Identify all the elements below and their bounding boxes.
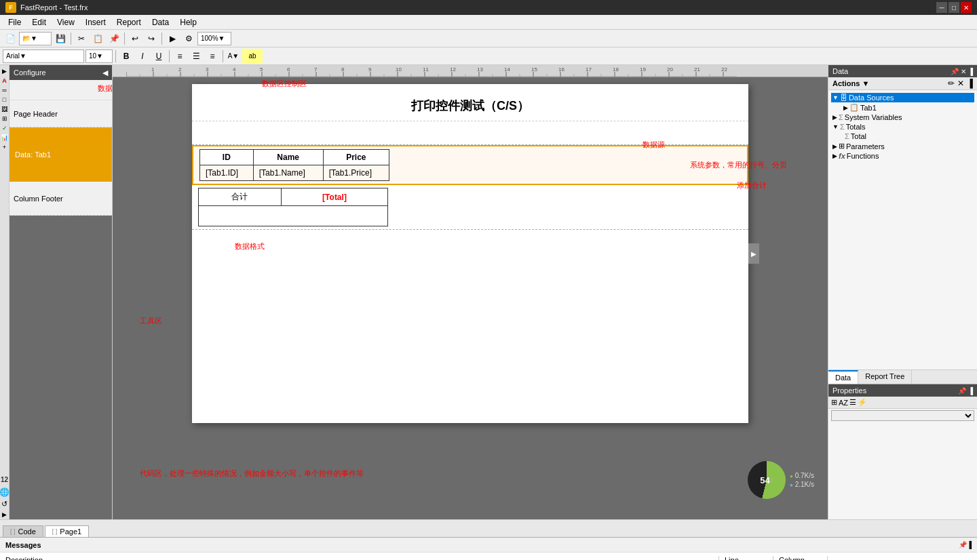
svg-text:3: 3: [206, 66, 209, 73]
tree-item-parameters[interactable]: ▶ ⊞ Parameters: [831, 141, 974, 151]
actions-edit-btn[interactable]: ✏: [948, 79, 955, 88]
left-tool-expand[interactable]: ▶: [2, 511, 7, 518]
actions-add-btn[interactable]: ▐: [967, 79, 973, 88]
toolbar-cut[interactable]: ✂: [74, 31, 89, 46]
svg-text:15: 15: [531, 66, 537, 73]
report-table: ID Name Price [Tab1.ID] [Tab1.Name] [Tab…: [199, 149, 389, 181]
props-az-btn[interactable]: AZ: [839, 398, 848, 407]
align-right-button[interactable]: ≡: [205, 49, 220, 64]
data-close-btn[interactable]: ✕: [961, 68, 966, 75]
menu-bar: File Edit View Insert Report Data Help: [0, 15, 977, 30]
tab-data[interactable]: Data: [828, 370, 858, 384]
props-menu-btn[interactable]: ▐: [968, 386, 973, 395]
font-name[interactable]: Arial▼: [3, 49, 84, 63]
align-left-button[interactable]: ≡: [172, 49, 187, 64]
maximize-button[interactable]: □: [949, 2, 959, 13]
tab-page1[interactable]: [ ] Page1: [45, 525, 89, 537]
props-pin-btn[interactable]: 📌: [958, 386, 966, 395]
menu-help[interactable]: Help: [174, 16, 202, 28]
properties-select-area[interactable]: [828, 409, 977, 422]
left-tool-arrow[interactable]: ▶: [2, 68, 7, 75]
left-tool-pic[interactable]: 🖼: [1, 106, 7, 113]
actions-label[interactable]: Actions ▼: [832, 79, 869, 87]
data-pin-btn[interactable]: 📌: [951, 68, 959, 75]
toolbar-redo[interactable]: ↪: [144, 31, 159, 46]
toolbar-save[interactable]: 💾: [53, 31, 68, 46]
left-tool-globe[interactable]: 🌐: [0, 487, 9, 497]
tree-item-tab1[interactable]: ▶ 📋 Tab1: [831, 102, 974, 113]
left-tool-refresh[interactable]: ↺: [1, 500, 7, 508]
menu-data[interactable]: Data: [147, 16, 174, 28]
left-tool-text[interactable]: A: [2, 77, 7, 84]
sidebar-item-page-header[interactable]: Page Header: [9, 100, 112, 127]
menu-view[interactable]: View: [52, 16, 80, 28]
menu-edit[interactable]: Edit: [26, 16, 52, 28]
left-tool-rect[interactable]: □: [3, 96, 6, 103]
tree-item-total[interactable]: Σ Total: [831, 132, 974, 141]
messages-menu-btn[interactable]: ▐: [967, 541, 972, 548]
toolbar-undo[interactable]: ↩: [128, 31, 142, 46]
icon-datasources: 🗄: [840, 94, 847, 102]
canvas-expand-btn[interactable]: ▶: [748, 243, 759, 264]
ruler-svg: // ruler ticks drawn via JS below 123456…: [126, 65, 737, 77]
tree-item-sysvars[interactable]: ▶ Σ System Variables: [831, 113, 974, 122]
left-tools-panel: ▶ A ═ □ 🖼 ⊞ ✓ 📊 + 12 🌐 ↺ ▶: [0, 65, 9, 519]
properties-toolbar: ⊞ AZ ☰ ⚡: [828, 397, 977, 409]
font-color-button[interactable]: A▼: [226, 49, 241, 64]
props-table-btn[interactable]: ☰: [849, 398, 856, 407]
canvas-dark-area: [126, 423, 814, 519]
minimize-button[interactable]: ─: [936, 2, 947, 13]
properties-controls: 📌 ▐: [958, 386, 973, 395]
svg-text:16: 16: [558, 66, 564, 73]
svg-text:10: 10: [396, 66, 402, 73]
toolbar-copy[interactable]: 📋: [90, 31, 105, 46]
footer-label-cell: 合计: [199, 188, 282, 206]
label-total: Total: [851, 132, 866, 140]
tab-report-tree[interactable]: Report Tree: [858, 370, 912, 384]
data-cell-name: [Tab1.Name]: [253, 165, 323, 181]
left-tool-table[interactable]: ⊞: [2, 115, 7, 122]
left-tool-extra1[interactable]: +: [3, 144, 6, 151]
fmt-sep-2: [169, 50, 170, 62]
toolbar-zoom[interactable]: 100%▼: [197, 32, 231, 45]
left-tool-chart[interactable]: 📊: [1, 134, 8, 141]
sidebar-item-column-footer[interactable]: Column Footer: [9, 182, 112, 216]
sidebar-item-data[interactable]: Data: Tab1: [9, 127, 112, 182]
bold-button[interactable]: B: [119, 49, 134, 64]
messages-bar: Messages 📌 ▐: [0, 537, 977, 552]
sidebar-collapse-btn[interactable]: ◀: [102, 68, 108, 77]
toolbar-paste[interactable]: 📌: [107, 31, 121, 46]
toolbar-settings[interactable]: ⚙: [181, 31, 196, 46]
align-center-button[interactable]: ☰: [189, 49, 204, 64]
toolbar-open-dropdown[interactable]: 📂▼: [19, 32, 52, 45]
fmt-sep-1: [115, 50, 116, 62]
properties-title: Properties: [832, 386, 866, 395]
tab-code[interactable]: [ ] Code: [3, 525, 43, 537]
menu-report[interactable]: Report: [111, 16, 147, 28]
left-tool-line[interactable]: ═: [2, 87, 6, 94]
underline-button[interactable]: U: [151, 49, 166, 64]
icon-sysvars: Σ: [839, 113, 843, 121]
font-size[interactable]: 10▼: [85, 49, 113, 63]
messages-pin-btn[interactable]: 📌: [959, 541, 967, 548]
tree-item-datasources[interactable]: ▼ 🗄 Data Sources: [831, 93, 974, 102]
footer-table: 合计 [Total]: [198, 188, 388, 226]
props-event-btn[interactable]: ⚡: [858, 398, 867, 407]
italic-button[interactable]: I: [135, 49, 150, 64]
highlight-button[interactable]: ab: [242, 49, 263, 64]
canvas-scroll[interactable]: 打印控件测试（C/S） 数据格式 ID: [113, 77, 828, 519]
menu-insert[interactable]: Insert: [80, 16, 111, 28]
svg-text:13: 13: [477, 66, 483, 73]
tree-item-totals[interactable]: ▼ Σ Totals: [831, 122, 974, 132]
properties-dropdown[interactable]: [831, 410, 974, 421]
close-button[interactable]: ✕: [961, 2, 972, 13]
menu-file[interactable]: File: [3, 16, 26, 28]
toolbar-new[interactable]: 📄: [3, 31, 18, 46]
toolbar-preview[interactable]: ▶: [165, 31, 180, 46]
data-menu-btn[interactable]: ▐: [968, 68, 973, 75]
upload-speed: ● 0.7K/s: [790, 472, 814, 479]
props-sort-btn[interactable]: ⊞: [831, 398, 837, 407]
tree-item-functions[interactable]: ▶ fx Functions: [831, 151, 974, 161]
left-tool-check[interactable]: ✓: [2, 125, 7, 132]
actions-delete-btn[interactable]: ✕: [957, 79, 964, 88]
